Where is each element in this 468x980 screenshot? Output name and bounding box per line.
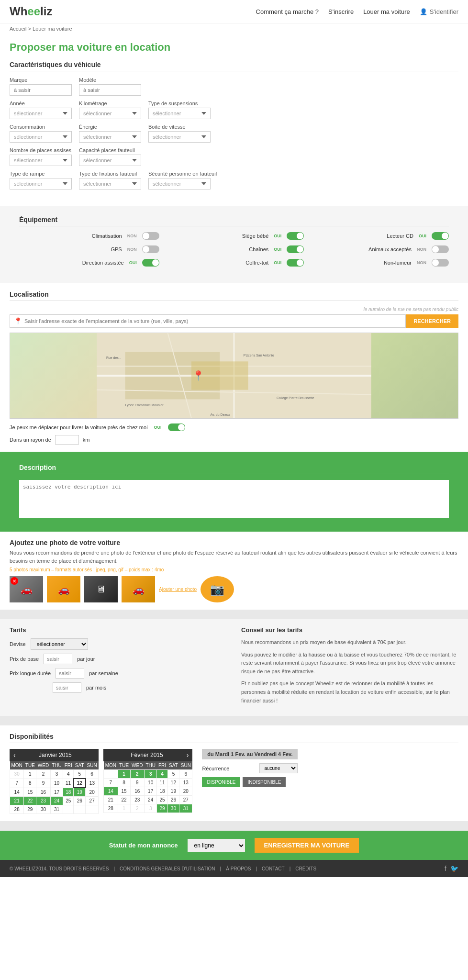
- equip-chaines-toggle[interactable]: [287, 245, 304, 253]
- cal-cell[interactable]: 2: [36, 770, 50, 779]
- cal-cell[interactable]: 28: [104, 804, 118, 813]
- radius-input[interactable]: [55, 435, 79, 445]
- cal-cell[interactable]: 29: [24, 805, 36, 814]
- rampe-select[interactable]: sélectionner: [10, 178, 72, 189]
- suspensions-select[interactable]: sélectionner: [148, 108, 211, 119]
- consommation-select[interactable]: sélectionner: [10, 131, 72, 143]
- annee-select[interactable]: sélectionner: [10, 108, 72, 119]
- twitter-icon[interactable]: 🐦: [450, 865, 458, 872]
- capacite-select[interactable]: sélectionner: [79, 155, 141, 166]
- boite-select[interactable]: sélectionner: [148, 131, 211, 143]
- energie-select[interactable]: sélectionner: [79, 131, 141, 143]
- fixations-select[interactable]: sélectionner: [79, 178, 141, 189]
- footer-link-apropos[interactable]: À PROPOS: [226, 866, 251, 871]
- cal-cell[interactable]: 4: [157, 770, 167, 779]
- breadcrumb-current[interactable]: Louer ma voiture: [33, 26, 72, 32]
- cal-cell[interactable]: 4: [63, 770, 74, 779]
- disponible-button[interactable]: DISPONIBLE: [202, 777, 240, 787]
- cal-cell[interactable]: 26: [74, 797, 86, 805]
- indisponible-button[interactable]: INDISPONIBLE: [243, 777, 286, 787]
- cal-cell[interactable]: 27: [179, 796, 192, 804]
- nav-how-it-works[interactable]: Comment ça marche ?: [256, 8, 319, 15]
- cal-cell[interactable]: 21: [10, 797, 24, 805]
- cal-cell[interactable]: 10: [50, 779, 63, 788]
- breadcrumb-home[interactable]: Accueil: [10, 26, 26, 32]
- cal-cell[interactable]: 3: [144, 804, 157, 813]
- cal-cell[interactable]: 22: [118, 796, 130, 804]
- prix-semaine-input[interactable]: [56, 668, 84, 679]
- cal-prev-button[interactable]: ‹: [13, 751, 16, 759]
- cal-cell[interactable]: 25: [157, 796, 167, 804]
- statut-select[interactable]: en ligne: [188, 839, 245, 852]
- cal-cell[interactable]: 2: [130, 770, 144, 779]
- cal-cell[interactable]: 7: [104, 779, 118, 787]
- cal-cell[interactable]: 18: [157, 787, 167, 796]
- cal-cell[interactable]: 1: [24, 770, 36, 779]
- cal-cell[interactable]: 13: [86, 779, 99, 788]
- equip-direction-toggle[interactable]: [142, 259, 159, 267]
- equip-lecteur-cd-toggle[interactable]: [432, 232, 449, 240]
- cal-cell[interactable]: 6: [86, 770, 99, 779]
- cal-cell[interactable]: 5: [74, 770, 86, 779]
- cal-cell[interactable]: 14: [10, 788, 24, 797]
- kilometrage-select[interactable]: sélectionner: [79, 108, 141, 119]
- cal-cell[interactable]: 7: [10, 779, 24, 788]
- cal-cell[interactable]: 23: [130, 796, 144, 804]
- cal-cell[interactable]: 15: [118, 787, 130, 796]
- nav-register[interactable]: S'inscrire: [328, 8, 354, 15]
- cal-cell[interactable]: 3: [144, 770, 157, 779]
- cal-cell[interactable]: 15: [24, 788, 36, 797]
- cal-cell[interactable]: 17: [144, 787, 157, 796]
- equip-animaux-toggle[interactable]: [432, 245, 449, 253]
- cal-cell[interactable]: 31: [179, 804, 192, 813]
- equip-coffre-toit-toggle[interactable]: [287, 259, 304, 267]
- cal-cell[interactable]: 25: [63, 797, 74, 805]
- deliver-toggle[interactable]: [168, 423, 185, 431]
- enregistrer-button[interactable]: ENREGISTRER MA VOITURE: [255, 838, 359, 853]
- footer-link-credits[interactable]: CRÉDITS: [295, 866, 316, 871]
- nav-login[interactable]: 👤 S'identifier: [420, 8, 458, 15]
- cal-cell[interactable]: 23: [36, 797, 50, 805]
- cal-cell[interactable]: 11: [157, 779, 167, 787]
- equip-siege-bebe-toggle[interactable]: [287, 232, 304, 240]
- cal-cell[interactable]: 10: [144, 779, 157, 787]
- cal-cell[interactable]: 21: [104, 796, 118, 804]
- cal-cell[interactable]: 8: [118, 779, 130, 787]
- cal-cell[interactable]: 26: [167, 796, 179, 804]
- cal-cell[interactable]: 2: [130, 804, 144, 813]
- recurrence-select[interactable]: aucune: [259, 763, 298, 773]
- cal-cell[interactable]: 12: [167, 779, 179, 787]
- cal-cell[interactable]: 9: [36, 779, 50, 788]
- cal-cell[interactable]: 9: [130, 779, 144, 787]
- cal-cell[interactable]: 30: [36, 805, 50, 814]
- cal-cell[interactable]: 20: [86, 788, 99, 797]
- cal-cell[interactable]: 13: [179, 779, 192, 787]
- modele-input[interactable]: [79, 84, 141, 96]
- cal-cell[interactable]: 12: [74, 779, 86, 788]
- add-photo-link[interactable]: Ajouter une photo: [159, 587, 197, 592]
- prix-base-input[interactable]: [44, 654, 72, 664]
- cal-next-button[interactable]: ›: [187, 751, 189, 759]
- footer-link-cgu[interactable]: CONDITIONS GENERALES D'UTILISATION: [120, 866, 215, 871]
- devise-select[interactable]: sélectionner: [31, 638, 88, 650]
- cal-cell[interactable]: 5: [167, 770, 179, 779]
- cal-cell[interactable]: 19: [74, 788, 86, 797]
- cal-cell[interactable]: 30: [10, 770, 24, 779]
- cal-cell[interactable]: 30: [167, 804, 179, 813]
- securite-select[interactable]: sélectionner: [148, 178, 211, 189]
- location-input[interactable]: [24, 318, 401, 324]
- cal-cell[interactable]: 18: [63, 788, 74, 797]
- cal-cell[interactable]: 17: [50, 788, 63, 797]
- cal-cell[interactable]: 29: [157, 804, 167, 813]
- photo-delete-1[interactable]: ✕: [11, 577, 18, 585]
- cal-cell[interactable]: 16: [130, 787, 144, 796]
- cal-cell[interactable]: 1: [118, 770, 130, 779]
- prix-mois-input[interactable]: [53, 682, 81, 693]
- description-textarea[interactable]: [19, 480, 449, 518]
- cal-cell[interactable]: 27: [86, 797, 99, 805]
- facebook-icon[interactable]: f: [445, 865, 446, 872]
- equip-gps-toggle[interactable]: [142, 245, 159, 253]
- cal-cell[interactable]: 28: [10, 805, 24, 814]
- cal-cell[interactable]: 19: [167, 787, 179, 796]
- cal-cell[interactable]: 1: [118, 804, 130, 813]
